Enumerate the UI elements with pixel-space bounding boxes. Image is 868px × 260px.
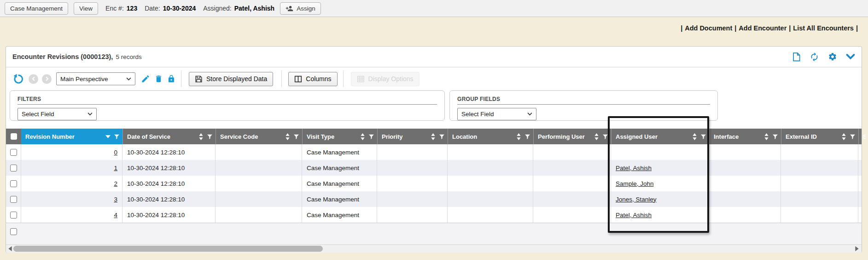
column-header-performing-user[interactable]: Performing User — [533, 129, 611, 144]
date-of-service-cell: 10-30-2024 12:28:10 — [122, 144, 216, 160]
column-header-location[interactable]: Location — [448, 129, 533, 144]
group-fields-label: GROUP FIELDS — [457, 96, 500, 102]
filter-funnel-icon[interactable] — [602, 134, 608, 140]
filters-label: FILTERS — [17, 96, 41, 102]
assigned-user-link[interactable]: Jones, Stanley — [616, 196, 657, 203]
display-options-icon — [357, 76, 365, 83]
table-row[interactable]: 2 10-30-2024 12:28:10 Case Management Sa… — [6, 176, 862, 191]
new-document-icon[interactable] — [792, 52, 801, 62]
revision-number-link[interactable]: 3 — [114, 196, 117, 203]
column-header-service-code[interactable]: Service Code — [216, 129, 302, 144]
column-label: Service Code — [220, 133, 258, 140]
footer-checkbox[interactable] — [10, 228, 17, 235]
sort-both-icon — [516, 133, 521, 140]
filter-funnel-icon[interactable] — [114, 134, 120, 140]
delete-perspective-icon[interactable] — [154, 74, 163, 83]
columns-button[interactable]: Columns — [288, 72, 337, 86]
column-header-external-id[interactable]: External ID — [781, 129, 858, 144]
filter-funnel-icon[interactable] — [850, 134, 856, 140]
sort-desc-icon — [105, 135, 111, 138]
group-fields-select[interactable]: Select Field — [457, 108, 536, 120]
toolbar-separator — [343, 71, 344, 87]
columns-icon — [294, 76, 302, 83]
revision-number-link[interactable]: 4 — [114, 212, 117, 219]
row-checkbox[interactable] — [10, 212, 17, 219]
link-separator: | — [786, 24, 793, 32]
revision-number-link[interactable]: 1 — [114, 165, 117, 171]
undo-icon[interactable] — [12, 73, 24, 85]
row-checkbox[interactable] — [10, 165, 17, 171]
column-header-interface[interactable]: Interface — [709, 129, 781, 144]
add-encounter-link[interactable]: Add Encounter — [739, 24, 786, 32]
revision-number-link[interactable]: 2 — [114, 180, 117, 187]
column-header-truncated[interactable]: S — [858, 129, 866, 144]
gear-icon[interactable] — [828, 52, 837, 61]
case-management-button[interactable]: Case Management — [5, 2, 68, 15]
date-of-service-cell: 10-30-2024 12:28:10 — [122, 176, 216, 191]
perspective-select[interactable]: Main Perspective — [56, 72, 135, 85]
link-separator: | — [732, 24, 739, 32]
row-checkbox[interactable] — [10, 149, 17, 156]
column-header-revision-number[interactable]: Revision Number — [21, 129, 122, 144]
horizontal-scrollbar[interactable] — [6, 244, 862, 253]
previous-perspective-button[interactable] — [29, 74, 38, 84]
enc-number-value: 123 — [127, 5, 137, 12]
column-label: Priority — [382, 133, 403, 140]
filters-box: FILTERS Select Field — [10, 90, 445, 121]
table-row[interactable]: 0 10-30-2024 12:28:10 Case Management — [6, 144, 862, 160]
row-checkbox[interactable] — [10, 180, 17, 187]
edit-perspective-icon[interactable] — [141, 74, 150, 83]
filter-funnel-icon[interactable] — [368, 134, 374, 140]
scroll-left-arrow[interactable] — [8, 246, 12, 251]
performing-user-cell — [533, 207, 611, 223]
interface-cell — [709, 207, 781, 223]
list-all-encounters-link[interactable]: List All Encounters — [793, 24, 854, 32]
column-header-priority[interactable]: Priority — [377, 129, 448, 144]
toolbar-separator — [181, 71, 181, 87]
column-header-date-of-service[interactable]: Date of Service — [122, 129, 216, 144]
assigned-user-link[interactable]: Patel, Ashish — [616, 165, 652, 171]
filter-funnel-icon[interactable] — [700, 134, 706, 140]
revision-number-link[interactable]: 0 — [114, 149, 117, 156]
table-row[interactable]: 3 10-30-2024 12:28:10 Case Management Jo… — [6, 191, 862, 207]
filter-funnel-icon[interactable] — [524, 134, 530, 140]
view-button[interactable]: View — [74, 2, 98, 15]
column-header-assigned-user[interactable]: Assigned User — [611, 129, 709, 144]
assigned-user-link[interactable]: Patel, Ashish — [616, 212, 652, 219]
assign-button[interactable]: Assign — [280, 2, 321, 15]
performing-user-cell — [533, 160, 611, 176]
filter-funnel-icon[interactable] — [439, 134, 445, 140]
filter-funnel-icon[interactable] — [772, 134, 778, 140]
select-all-checkbox[interactable] — [11, 133, 17, 140]
performing-user-cell — [533, 144, 611, 160]
service-code-cell — [216, 191, 302, 207]
store-displayed-data-button[interactable]: Store Displayed Data — [189, 72, 273, 86]
table-row[interactable]: 1 10-30-2024 12:28:10 Case Management Pa… — [6, 160, 862, 176]
filter-funnel-icon[interactable] — [207, 134, 213, 140]
location-cell — [448, 160, 533, 176]
filters-field-select[interactable]: Select Field — [17, 108, 97, 120]
service-code-cell — [216, 160, 302, 176]
next-perspective-button[interactable] — [42, 74, 52, 84]
top-toolbar: Case Management View Enc #: 123 Date: 10… — [0, 0, 868, 17]
row-checkbox[interactable] — [10, 196, 17, 203]
select-all-header[interactable] — [6, 129, 21, 144]
display-options-label: Display Options — [368, 75, 414, 83]
scrollbar-thumb[interactable] — [13, 246, 323, 252]
filter-funnel-icon[interactable] — [293, 134, 299, 140]
add-document-link[interactable]: Add Document — [685, 24, 732, 32]
visit-type-cell: Case Management — [302, 176, 377, 191]
scroll-right-arrow[interactable] — [855, 246, 859, 251]
column-header-visit-type[interactable]: Visit Type — [302, 129, 377, 144]
toolbar-separator — [281, 71, 282, 87]
display-options-button: Display Options — [351, 72, 419, 86]
refresh-icon[interactable] — [810, 52, 819, 62]
assigned-user-link[interactable]: Sample, John — [616, 180, 654, 187]
assigned-value: Patel, Ashish — [234, 5, 274, 12]
table-row[interactable]: 4 10-30-2024 12:28:10 Case Management Pa… — [6, 207, 862, 223]
lock-perspective-icon[interactable] — [167, 74, 175, 83]
priority-cell — [377, 191, 448, 207]
person-plus-icon — [285, 5, 293, 12]
collapse-chevron-icon[interactable] — [846, 53, 855, 60]
visit-type-cell: Case Management — [302, 191, 377, 207]
